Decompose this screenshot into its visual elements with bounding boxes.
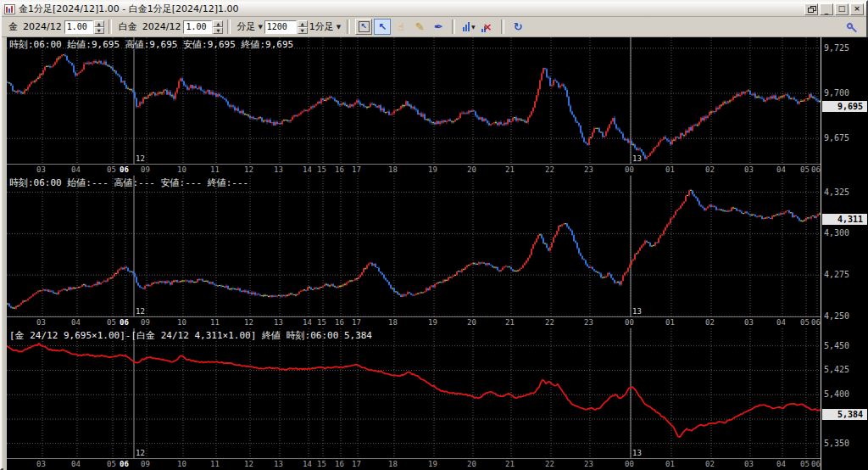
x-tick-label: 05: [800, 165, 810, 174]
x-tick-label: 06: [120, 165, 129, 174]
candle-wicks: [8, 189, 820, 310]
x-tick-label: 04: [71, 460, 81, 468]
maximize-button[interactable]: □: [835, 3, 849, 15]
x-tick-label: 18: [388, 318, 398, 327]
toolbar-separator: [108, 20, 112, 34]
x-tick-label: 01: [665, 460, 675, 468]
x-tick-label: 18: [388, 460, 398, 468]
crosshair-tool-button[interactable]: ↖: [355, 19, 372, 35]
gold-multiplier-stepper[interactable]: ▲▼: [94, 20, 104, 34]
last-price-box: 4,311: [822, 214, 867, 225]
spinner-down-icon[interactable]: ▼: [213, 27, 223, 34]
settings-wrench-button[interactable]: [844, 19, 861, 36]
x-tick-label: 05: [107, 318, 116, 327]
pencil-icon: ✎: [415, 20, 425, 33]
gold-chart-panel: 1213 時刻:06:00 始値:9,695 高値:9,695 安値:9,695…: [3, 37, 868, 176]
bar-type-label: 分足: [236, 20, 255, 33]
x-tick-label: 03: [744, 460, 754, 468]
x-tick-label: 09: [141, 318, 150, 327]
x-tick-label: 16: [335, 460, 344, 468]
chart-region: 1213 時刻:06:00 始値:9,695 高値:9,695 安値:9,695…: [3, 37, 868, 470]
x-tick-label: 03: [744, 318, 754, 327]
x-tick-label: 22: [545, 165, 554, 174]
delete-study-button[interactable]: ×: [479, 19, 496, 35]
day-marker-label: 12: [136, 154, 145, 163]
gold-time-axis: 0304050609101112131415161718192021222300…: [7, 164, 821, 176]
x-tick-label: 04: [71, 165, 81, 174]
x-tick-label: 10: [177, 165, 186, 174]
x-tick-label: 06: [811, 165, 821, 174]
float-window-button[interactable]: [804, 3, 818, 15]
chart-type-button[interactable]: ▼: [460, 19, 477, 35]
y-tick-label: 5,400: [824, 389, 849, 399]
chevron-down-icon: ▼: [471, 24, 476, 30]
platinum-multiplier-stepper[interactable]: ▲▼: [213, 20, 223, 34]
spinner-down-icon[interactable]: ▼: [298, 27, 308, 34]
x-tick-label: 09: [141, 165, 150, 174]
pencil-tool-button[interactable]: ✎: [411, 19, 428, 35]
x-tick-label: 20: [467, 165, 476, 174]
x-tick-label: 23: [584, 460, 593, 468]
x-tick-label: 12: [244, 165, 253, 174]
x-tick-label: 03: [36, 165, 46, 174]
spread-chart-panel: 1213 [金 24/12 9,695×1.00]-[白金 24/12 4,31…: [3, 328, 868, 470]
app-icon: [4, 4, 15, 14]
y-tick-label: 4,325: [824, 187, 849, 197]
x-tick-label: 23: [584, 318, 593, 327]
interval-dropdown[interactable]: 1分足▼: [309, 20, 341, 33]
close-button[interactable]: ×: [850, 3, 864, 15]
x-tick-label: 06: [811, 318, 821, 327]
x-tick-label: 11: [210, 165, 220, 174]
day-marker-label: 13: [632, 307, 642, 316]
x-tick-label: 17: [352, 165, 361, 174]
bar-count-input[interactable]: [264, 20, 297, 34]
day-marker-label: 13: [632, 449, 642, 457]
platinum-multiplier-input[interactable]: [183, 20, 212, 34]
x-tick-label: 14: [303, 460, 312, 468]
bar-count-stepper[interactable]: ▲▼: [298, 20, 308, 34]
x-tick-label: 05: [800, 318, 810, 327]
refresh-button[interactable]: ↻: [509, 19, 526, 35]
spread-info-line: [金 24/12 9,695×1.00]-[白金 24/12 4,311×1.0…: [9, 329, 372, 342]
delete-icon: ×: [483, 20, 492, 33]
gold-multiplier-input[interactable]: [64, 20, 93, 34]
close-icon: ×: [854, 4, 860, 13]
x-tick-label: 05: [107, 460, 116, 468]
toolbar-separator: [501, 20, 504, 34]
x-tick-label: 11: [210, 460, 220, 468]
x-tick-label: 12: [244, 460, 253, 468]
platinum-chart-plot[interactable]: 1213: [7, 176, 821, 316]
x-tick-label: 17: [352, 318, 361, 327]
x-tick-label: 21: [505, 318, 515, 327]
x-tick-label: 13: [274, 318, 283, 327]
y-tick-label: 4,250: [824, 311, 849, 321]
x-tick-label: 01: [665, 165, 675, 174]
pen-tool-button[interactable]: ✒: [430, 19, 447, 35]
gold-chart-plot[interactable]: 1213: [7, 37, 821, 164]
minimize-button[interactable]: _: [820, 3, 833, 15]
spinner-up-icon[interactable]: ▲: [213, 20, 223, 27]
day-marker-label: 13: [632, 154, 642, 163]
pointer-tool-button[interactable]: ↖: [374, 19, 391, 35]
y-tick-label: 9,700: [824, 88, 849, 98]
last-price-box: 9,695: [822, 101, 867, 112]
x-tick-label: 01: [665, 318, 675, 327]
candle-wicks: [8, 53, 818, 159]
last-price-box: 5,384: [822, 409, 867, 420]
spinner-up-icon[interactable]: ▲: [94, 20, 104, 27]
pointer-icon: ↖: [378, 21, 387, 33]
x-tick-label: 21: [505, 460, 515, 468]
x-tick-label: 00: [625, 318, 634, 327]
pan-tool-button[interactable]: ☝: [392, 19, 409, 35]
title-bar[interactable]: 金1分足[2024/12]1.00 - 白金1分足[2024/12]1.00 _…: [2, 2, 866, 17]
x-tick-label: 06: [120, 318, 129, 327]
toolbar-separator: [452, 20, 455, 34]
bar-type-dropdown[interactable]: 分足▼: [236, 20, 262, 33]
spread-chart-plot[interactable]: 1213: [7, 328, 821, 458]
toolbar-separator: [227, 20, 231, 34]
spinner-down-icon[interactable]: ▼: [94, 27, 104, 34]
x-tick-label: 13: [274, 460, 283, 468]
spinner-up-icon[interactable]: ▲: [298, 20, 308, 27]
pen-icon: ✒: [434, 20, 443, 33]
x-tick-label: 20: [467, 318, 476, 327]
